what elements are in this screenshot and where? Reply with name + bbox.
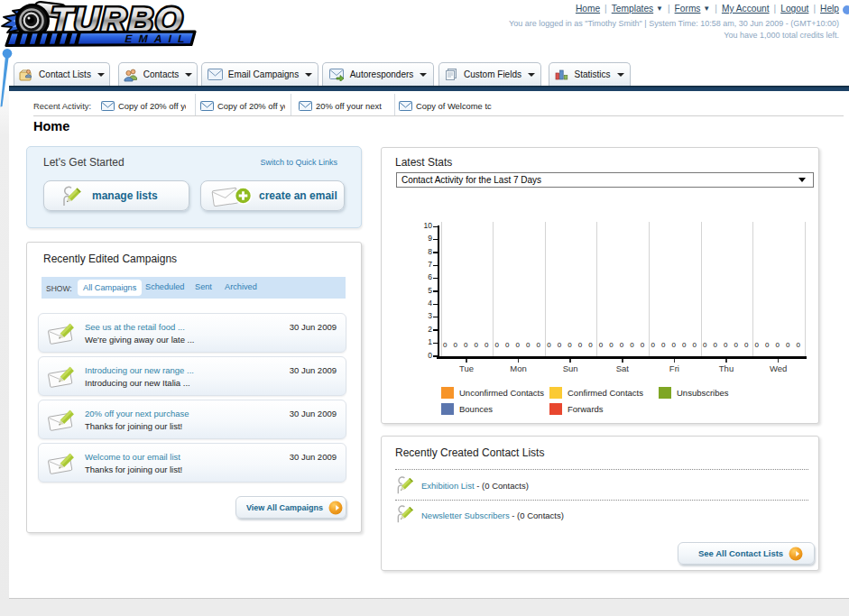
svg-text:EMAIL: EMAIL: [125, 33, 191, 46]
